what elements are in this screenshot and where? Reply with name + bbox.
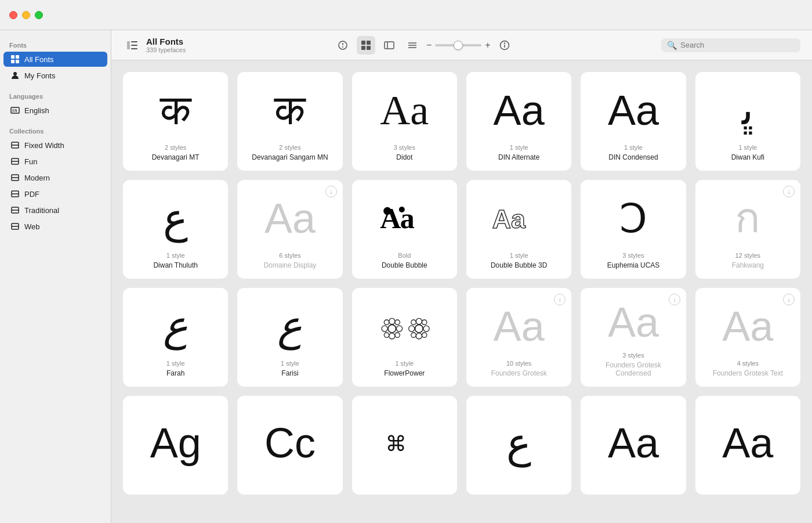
web-label: Web: [24, 222, 40, 231]
font-card-devanagari-sangam-mn[interactable]: क 2 styles Devanagari Sangam MN: [237, 72, 342, 171]
info-button[interactable]: [495, 36, 514, 55]
download-badge[interactable]: ↓: [669, 294, 680, 305]
font-card-row4-1[interactable]: Ag: [123, 396, 228, 495]
svg-rect-21: [131, 45, 137, 46]
svg-rect-3: [16, 60, 19, 63]
svg-point-50: [395, 333, 400, 337]
sidebar-toggle-button[interactable]: [123, 36, 142, 55]
sidebar-item-my-fonts[interactable]: My Fonts: [3, 68, 107, 83]
font-card-founders-grotesk-text[interactable]: ↓ Aa 4 styles Founders Grotesk Text: [695, 288, 800, 387]
svg-point-59: [422, 333, 427, 337]
font-preview: Cc: [246, 405, 333, 481]
font-styles: 2 styles: [165, 144, 186, 151]
font-styles: 3 styles: [394, 144, 415, 151]
font-styles: Bold: [398, 252, 411, 259]
font-styles: 4 styles: [737, 360, 759, 367]
font-preview: Aa: [246, 189, 333, 247]
font-card-row4-5[interactable]: Aa: [581, 396, 686, 495]
maximize-button[interactable]: [35, 11, 43, 19]
download-badge[interactable]: ↓: [325, 186, 337, 197]
font-styles: 10 styles: [506, 360, 531, 367]
font-card-founders-grotesk[interactable]: ↓ Aa 10 styles Founders Grotesk: [466, 288, 571, 387]
font-card-diwan-thuluth[interactable]: ع 1 style Diwan Thuluth: [123, 180, 228, 279]
download-badge[interactable]: ↓: [554, 294, 566, 305]
sidebar-item-fixed-width[interactable]: Fixed Width: [3, 138, 107, 153]
font-card-row4-2[interactable]: Cc: [237, 396, 342, 495]
font-card-farisi[interactable]: ع 1 style Farisi: [237, 288, 342, 387]
grid-icon: [10, 55, 20, 64]
fixed-width-icon: [10, 140, 20, 150]
font-styles: 1 style: [395, 360, 414, 367]
font-name: Fahkwang: [732, 261, 764, 269]
font-card-double-bubble[interactable]: Aa Bold Double Bubble: [352, 180, 457, 279]
svg-text:⌘: ⌘: [387, 427, 405, 461]
font-preview: Aa: [361, 189, 448, 247]
font-name: Domaine Display: [264, 261, 317, 269]
pdf-icon: [10, 189, 20, 199]
svg-point-44: [389, 333, 395, 339]
font-title: All Fonts: [146, 37, 186, 46]
font-preview: ع: [246, 297, 333, 355]
content-area: क 2 styles Devanagari MT क 2 styles Deva…: [111, 60, 812, 523]
sidebar-item-pdf[interactable]: PDF: [3, 186, 107, 201]
svg-point-39: [383, 207, 391, 215]
font-card-euphemia-ucas[interactable]: Ↄ 3 styles Euphemia UCAS: [581, 180, 686, 279]
svg-rect-2: [11, 60, 14, 63]
close-button[interactable]: [9, 11, 17, 19]
svg-point-46: [397, 326, 403, 331]
sidebar-item-traditional[interactable]: Traditional: [3, 203, 107, 218]
font-preview: Aa: [590, 297, 676, 347]
svg-rect-26: [361, 41, 365, 45]
minimize-button[interactable]: [22, 11, 30, 19]
traffic-lights: [9, 11, 43, 19]
font-styles: 1 style: [166, 360, 185, 367]
font-card-farah[interactable]: ع 1 style Farah: [123, 288, 228, 387]
list-view-button[interactable]: [380, 36, 398, 55]
svg-point-54: [409, 326, 415, 331]
font-card-row4-4[interactable]: ع: [466, 396, 571, 495]
font-title-area: All Fonts 339 typefaces: [146, 37, 186, 53]
font-card-din-condensed[interactable]: Aa 1 style DIN Condensed: [581, 72, 686, 171]
font-card-row4-3[interactable]: ⌘: [352, 396, 457, 495]
font-name: DIN Condensed: [608, 153, 658, 161]
font-card-flower-power[interactable]: 1 style FlowerPower: [352, 288, 457, 387]
sidebar-item-fun[interactable]: Fun: [3, 154, 107, 169]
size-slider[interactable]: [435, 44, 481, 46]
sidebar-item-all-fonts[interactable]: All Fonts: [3, 52, 107, 67]
download-badge[interactable]: ↓: [783, 186, 795, 197]
sidebar-item-web[interactable]: Web: [3, 219, 107, 234]
font-name: FlowerPower: [384, 369, 425, 377]
font-styles: 3 styles: [622, 252, 644, 259]
font-preview: ก: [705, 189, 791, 247]
svg-rect-0: [11, 55, 14, 59]
font-card-diwan-kufi[interactable]: ﭜ 1 style Diwan Kufi: [695, 72, 800, 171]
download-badge[interactable]: ↓: [783, 294, 795, 305]
font-card-devanagari-mt[interactable]: क 2 styles Devanagari MT: [123, 72, 228, 171]
font-preview: Aa: [476, 81, 562, 139]
font-card-founders-grotesk-condensed[interactable]: ↓ Aa 3 styles Founders Grotesk Condensed: [581, 288, 686, 387]
font-styles: 1 style: [281, 360, 299, 367]
font-card-double-bubble-3d[interactable]: Aa 1 style Double Bubble 3D: [466, 180, 571, 279]
search-input[interactable]: [680, 41, 795, 49]
detail-view-button[interactable]: [403, 36, 422, 55]
font-card-row4-6[interactable]: Aa: [695, 396, 800, 495]
font-name: Founders Grotesk Condensed: [590, 361, 676, 377]
svg-text:EN: EN: [12, 109, 17, 113]
font-card-domaine-display[interactable]: ↓ Aa 6 styles Domaine Display: [237, 180, 342, 279]
sidebar-item-modern[interactable]: Modern: [3, 170, 107, 185]
size-decrease-button[interactable]: −: [426, 41, 432, 50]
sidebar-item-english[interactable]: EN English: [3, 103, 107, 118]
font-name: Founders Grotesk: [491, 369, 547, 377]
font-card-didot[interactable]: Aa 3 styles Didot: [352, 72, 457, 171]
toolbar: All Fonts 339 typefaces: [111, 30, 812, 60]
svg-point-53: [416, 333, 422, 339]
filter-button[interactable]: [334, 36, 352, 55]
font-card-din-alternate[interactable]: Aa 1 style DIN Alternate: [466, 72, 571, 171]
svg-rect-20: [131, 41, 137, 42]
font-card-fahkwang[interactable]: ↓ ก 12 styles Fahkwang: [695, 180, 800, 279]
font-styles: 1 style: [510, 252, 528, 259]
svg-point-48: [395, 320, 400, 324]
grid-view-button[interactable]: [357, 36, 375, 55]
size-increase-button[interactable]: +: [485, 41, 490, 50]
font-preview: Ↄ: [590, 189, 676, 247]
